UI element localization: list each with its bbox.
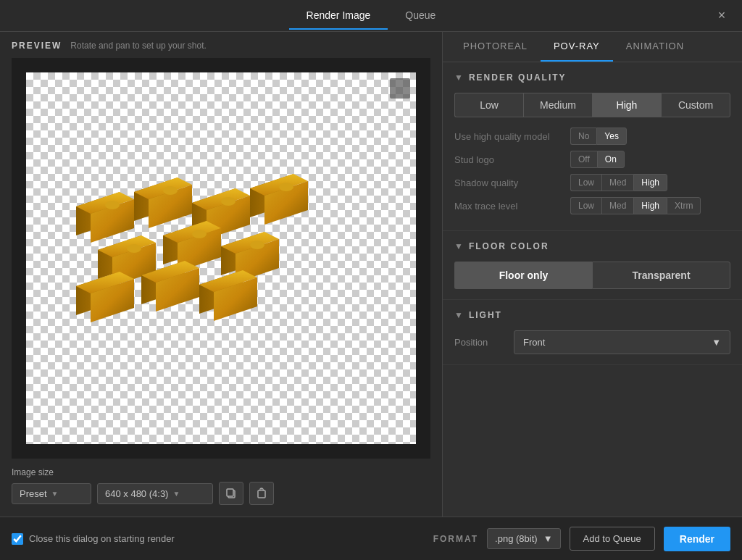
svg-point-15	[279, 183, 293, 191]
render-quality-header: ▼ RENDER QUALITY	[454, 72, 730, 83]
canvas-tool-icon	[390, 78, 410, 99]
svg-point-27	[250, 241, 264, 249]
shadow-toggle: Low Med High	[570, 174, 667, 191]
title-tabs: Render Image Queue	[289, 2, 454, 30]
preview-header: PREVIEW Rotate and pan to set up your sh…	[12, 41, 430, 51]
light-header: ▼ LIGHT	[454, 310, 730, 320]
shadow-label: Shadow quality	[454, 177, 570, 188]
quality-low-button[interactable]: Low	[454, 93, 523, 117]
setting-row-shadow: Shadow quality Low Med High	[454, 174, 730, 191]
left-panel: PREVIEW Rotate and pan to set up your sh…	[0, 32, 442, 517]
format-arrow-icon: ▼	[543, 533, 553, 544]
preset-label: Preset	[20, 488, 47, 499]
render-quality-chevron-icon[interactable]: ▼	[454, 72, 463, 83]
floor-only-button[interactable]: Floor only	[454, 262, 592, 289]
transparent-button[interactable]: Transparent	[592, 262, 730, 289]
stud-logo-toggle: Off On	[570, 151, 625, 168]
bottom-bar: Close this dialog on starting render FOR…	[0, 517, 742, 560]
model-preview	[47, 149, 395, 369]
close-dialog-checkbox[interactable]	[12, 533, 23, 545]
image-size-section: Image size Preset ▼ 640 x 480 (4:3) ▼	[12, 459, 430, 508]
title-bar: Render Image Queue ×	[0, 0, 742, 32]
render-quality-section: ▼ RENDER QUALITY Low Medium High Custom …	[443, 62, 742, 231]
quality-custom-button[interactable]: Custom	[661, 93, 730, 117]
light-position-row: Position Front ▼	[454, 330, 730, 354]
stud-logo-label: Stud logo	[454, 154, 570, 165]
trace-high-button[interactable]: High	[633, 197, 667, 214]
stud-logo-on-button[interactable]: On	[597, 151, 625, 168]
position-value: Front	[523, 337, 545, 348]
model-svg	[47, 149, 395, 366]
quality-high-button[interactable]: High	[592, 93, 661, 117]
position-arrow-icon: ▼	[712, 337, 721, 348]
shadow-high-button[interactable]: High	[633, 174, 667, 191]
render-quality-title: RENDER QUALITY	[469, 72, 567, 83]
shadow-low-button[interactable]: Low	[570, 174, 601, 191]
tab-queue[interactable]: Queue	[388, 2, 453, 30]
quality-medium-button[interactable]: Medium	[523, 93, 592, 117]
copy-icon	[225, 488, 237, 499]
paste-icon	[256, 488, 267, 499]
right-panel: PHOTOREAL POV-RAY ANIMATION ▼ RENDER QUA…	[442, 32, 742, 517]
light-section: ▼ LIGHT Position Front ▼	[443, 300, 742, 365]
copy-button[interactable]	[219, 482, 243, 505]
paste-button[interactable]	[249, 482, 274, 505]
hq-model-label: Use high quality model	[454, 131, 570, 142]
floor-color-chevron-icon[interactable]: ▼	[454, 241, 463, 251]
floor-buttons: Floor only Transparent	[454, 262, 730, 289]
svg-rect-40	[260, 489, 263, 490]
svg-rect-38	[227, 489, 233, 496]
svg-point-3	[105, 201, 120, 209]
quality-buttons: Low Medium High Custom	[454, 93, 730, 117]
close-button[interactable]: ×	[713, 7, 730, 25]
tab-render-image[interactable]: Render Image	[289, 2, 388, 30]
hq-model-toggle: No Yes	[570, 128, 627, 145]
close-dialog-label: Close this dialog on starting render	[29, 533, 175, 544]
image-size-controls: Preset ▼ 640 x 480 (4:3) ▼	[12, 482, 430, 505]
hq-model-yes-button[interactable]: Yes	[596, 128, 627, 145]
setting-row-stud-logo: Stud logo Off On	[454, 151, 730, 168]
light-title: LIGHT	[469, 310, 502, 320]
render-button[interactable]: Render	[664, 527, 730, 551]
light-chevron-icon[interactable]: ▼	[454, 310, 463, 320]
format-label: FORMAT	[433, 534, 478, 544]
tab-pov-ray[interactable]: POV-RAY	[541, 32, 613, 62]
trace-med-button[interactable]: Med	[601, 197, 633, 214]
svg-point-7	[163, 186, 178, 195]
trace-low-button[interactable]: Low	[570, 197, 601, 214]
svg-point-19	[127, 244, 141, 253]
render-tabs: PHOTOREAL POV-RAY ANIMATION	[443, 32, 742, 62]
floor-color-section: ▼ FLOOR COLOR Floor only Transparent	[443, 231, 742, 300]
svg-point-11	[221, 197, 235, 206]
add-to-queue-button[interactable]: Add to Queue	[570, 527, 655, 551]
setting-row-trace: Max trace level Low Med High Xtrm	[454, 197, 730, 214]
preview-canvas[interactable]	[12, 58, 430, 459]
hq-model-no-button[interactable]: No	[570, 128, 596, 145]
resolution-arrow-icon: ▼	[172, 490, 180, 498]
light-position-select[interactable]: Front ▼	[514, 330, 730, 354]
stud-logo-off-button[interactable]: Off	[570, 151, 597, 168]
svg-point-23	[192, 230, 207, 238]
close-dialog-checkbox-label[interactable]: Close this dialog on starting render	[12, 533, 175, 545]
resolution-value: 640 x 480 (4:3)	[105, 488, 168, 499]
shadow-med-button[interactable]: Med	[601, 174, 633, 191]
resolution-select[interactable]: 640 x 480 (4:3) ▼	[97, 483, 213, 504]
svg-rect-39	[258, 490, 265, 498]
preview-label: PREVIEW	[12, 41, 62, 51]
tab-photoreal[interactable]: PHOTOREAL	[450, 32, 541, 62]
trace-label: Max trace level	[454, 201, 570, 212]
image-size-label: Image size	[12, 467, 430, 477]
preview-hint: Rotate and pan to set up your shot.	[70, 41, 206, 51]
floor-color-header: ▼ FLOOR COLOR	[454, 241, 730, 251]
format-select[interactable]: .png (8bit) ▼	[487, 528, 560, 549]
preset-arrow-icon: ▼	[51, 490, 59, 498]
trace-xtrm-button[interactable]: Xtrm	[667, 197, 701, 214]
trace-toggle: Low Med High Xtrm	[570, 197, 701, 214]
floor-color-title: FLOOR COLOR	[469, 241, 549, 251]
format-value: .png (8bit)	[495, 533, 538, 544]
position-label: Position	[454, 337, 505, 348]
setting-row-hq-model: Use high quality model No Yes	[454, 128, 730, 145]
tab-animation[interactable]: ANIMATION	[613, 32, 697, 62]
main-layout: PREVIEW Rotate and pan to set up your sh…	[0, 32, 742, 517]
preset-select[interactable]: Preset ▼	[12, 483, 91, 504]
